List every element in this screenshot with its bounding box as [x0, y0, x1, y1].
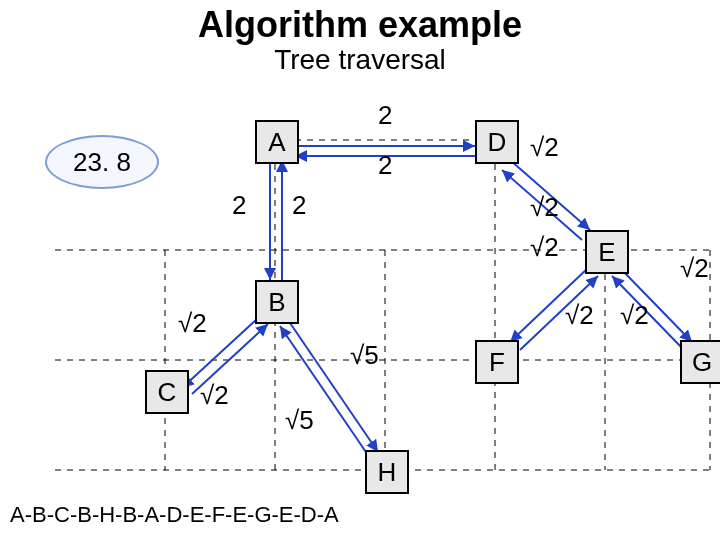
node-c-label: C — [158, 377, 177, 408]
slide: Algorithm example Tree traversal 23. 8 — [0, 0, 720, 540]
weight-ad-bottom: 2 — [378, 150, 392, 181]
node-d: D — [475, 120, 519, 164]
node-e-label: E — [598, 237, 615, 268]
node-f: F — [475, 340, 519, 384]
weight-bc-up: √2 — [178, 308, 207, 339]
weight-bh-1: √5 — [350, 340, 379, 371]
node-a-label: A — [268, 127, 285, 158]
weight-ef-2: √2 — [620, 300, 649, 331]
node-f-label: F — [489, 347, 505, 378]
weight-bh-2: √5 — [285, 405, 314, 436]
weight-cb: √2 — [200, 380, 229, 411]
node-a: A — [255, 120, 299, 164]
weight-ab-right: 2 — [292, 190, 306, 221]
weight-d-right: √2 — [530, 132, 559, 163]
weight-ab-left: 2 — [232, 190, 246, 221]
node-e: E — [585, 230, 629, 274]
weight-ad-top: 2 — [378, 100, 392, 131]
node-c: C — [145, 370, 189, 414]
weight-de-1: √2 — [530, 192, 559, 223]
node-h: H — [365, 450, 409, 494]
traversal-path: A-B-C-B-H-B-A-D-E-F-E-G-E-D-A — [10, 502, 339, 528]
node-d-label: D — [488, 127, 507, 158]
weight-ef-1: √2 — [565, 300, 594, 331]
node-g-label: G — [692, 347, 712, 378]
weight-de-2: √2 — [530, 232, 559, 263]
node-g: G — [680, 340, 720, 384]
node-b-label: B — [268, 287, 285, 318]
node-h-label: H — [378, 457, 397, 488]
weight-eg: √2 — [680, 253, 709, 284]
node-b: B — [255, 280, 299, 324]
